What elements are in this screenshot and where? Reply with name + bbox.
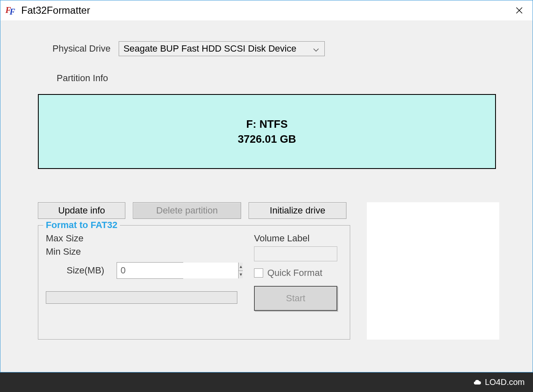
close-button[interactable]	[511, 2, 528, 19]
quick-format-label: Quick Format	[267, 268, 322, 278]
volume-label-input[interactable]	[254, 246, 337, 261]
start-button: Start	[254, 286, 337, 311]
min-size-label: Min Size	[46, 246, 81, 257]
update-info-button[interactable]: Update info	[38, 202, 125, 219]
app-icon: F F	[5, 5, 17, 16]
footer-bar: LO4D.com	[0, 372, 533, 392]
footer-brand-text: LO4D.com	[485, 377, 525, 387]
footer-brand: LO4D.com	[473, 377, 525, 387]
initialize-drive-button[interactable]: Initialize drive	[249, 202, 346, 219]
spinner-up-button[interactable]: ▲	[239, 263, 243, 271]
volume-label-text: Volume Label	[254, 233, 342, 244]
drive-select-value: Seagate BUP Fast HDD SCSI Disk Device	[123, 43, 312, 54]
partition-filesystem: F: NTFS	[246, 118, 288, 131]
svg-text:F: F	[9, 7, 15, 16]
physical-drive-row: Physical Drive Seagate BUP Fast HDD SCSI…	[52, 41, 499, 56]
format-legend: Format to FAT32	[43, 220, 120, 231]
partition-info-label: Partition Info	[57, 73, 499, 84]
physical-drive-select[interactable]: Seagate BUP Fast HDD SCSI Disk Device	[119, 41, 325, 56]
close-icon	[516, 7, 523, 14]
content-area: Physical Drive Seagate BUP Fast HDD SCSI…	[0, 20, 533, 372]
spinner-down-button[interactable]: ▼	[239, 271, 243, 279]
size-mb-label: Size(MB)	[67, 265, 104, 276]
format-progress-bar	[46, 291, 237, 304]
title-bar: F F Fat32Formatter	[0, 0, 533, 20]
app-window: F F Fat32Formatter Physical Drive Seagat…	[0, 0, 533, 372]
size-input[interactable]	[117, 263, 238, 278]
partition-box[interactable]: F: NTFS 3726.01 GB	[38, 94, 496, 169]
format-fieldset: Format to FAT32 Max Size Min Size Size(M…	[38, 225, 350, 340]
chevron-down-icon	[312, 43, 320, 54]
delete-partition-button: Delete partition	[133, 202, 241, 219]
quick-format-checkbox[interactable]	[254, 268, 263, 278]
partition-size: 3726.01 GB	[238, 133, 296, 146]
max-size-label: Max Size	[46, 233, 83, 244]
side-panel	[367, 202, 499, 340]
physical-drive-label: Physical Drive	[52, 43, 110, 54]
size-spinner[interactable]: ▲ ▼	[117, 262, 183, 279]
window-title: Fat32Formatter	[21, 5, 511, 16]
cloud-icon	[473, 378, 482, 387]
